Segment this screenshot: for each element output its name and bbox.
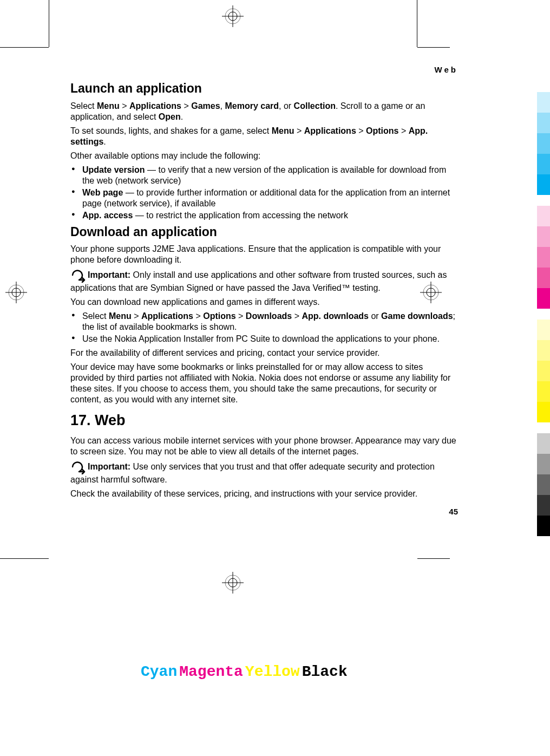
heading-launch-application: Launch an application (70, 81, 458, 96)
color-bars (537, 320, 550, 422)
list-item: App. access — to restrict the applicatio… (70, 210, 458, 221)
important-icon (70, 269, 87, 283)
heading-download-application: Download an application (70, 224, 458, 240)
paragraph: To set sounds, lights, and shakes for a … (70, 126, 458, 147)
color-bars (537, 433, 550, 536)
paragraph: For the availability of different servic… (70, 348, 458, 359)
page-number: 45 (70, 507, 458, 517)
paragraph: Check the availability of these services… (70, 488, 458, 499)
color-bars (537, 92, 550, 195)
important-note: Important: Use only services that you tr… (70, 460, 458, 485)
registration-mark-icon (222, 572, 244, 594)
paragraph: Your phone supports J2ME Java applicatio… (70, 244, 458, 265)
paragraph: You can download new applications and ga… (70, 297, 458, 308)
download-list: Select Menu > Applications > Options > D… (70, 311, 458, 344)
list-item: Update version — to verify that a new ve… (70, 165, 458, 186)
important-note: Important: Only install and use applicat… (70, 269, 458, 294)
color-bars (537, 206, 550, 309)
heading-web: 17. Web (70, 412, 458, 430)
registration-mark-icon (222, 5, 244, 27)
options-list: Update version — to verify that a new ve… (70, 165, 458, 221)
paragraph: You can access various mobile internet s… (70, 435, 458, 457)
page-content: Web Launch an application Select Menu > … (70, 65, 458, 517)
registration-mark-icon (5, 282, 27, 303)
paragraph: Other available options may include the … (70, 151, 458, 161)
cmyk-footer: CyanMagentaYellowBlack (141, 663, 350, 680)
paragraph: Select Menu > Applications > Games, Memo… (70, 101, 458, 122)
running-head: Web (70, 65, 458, 75)
paragraph: Your device may have some bookmarks or l… (70, 362, 458, 405)
list-item: Use the Nokia Application Installer from… (70, 334, 458, 344)
important-icon (70, 460, 87, 474)
list-item: Web page — to provide further informatio… (70, 187, 458, 209)
list-item: Select Menu > Applications > Options > D… (70, 311, 458, 333)
